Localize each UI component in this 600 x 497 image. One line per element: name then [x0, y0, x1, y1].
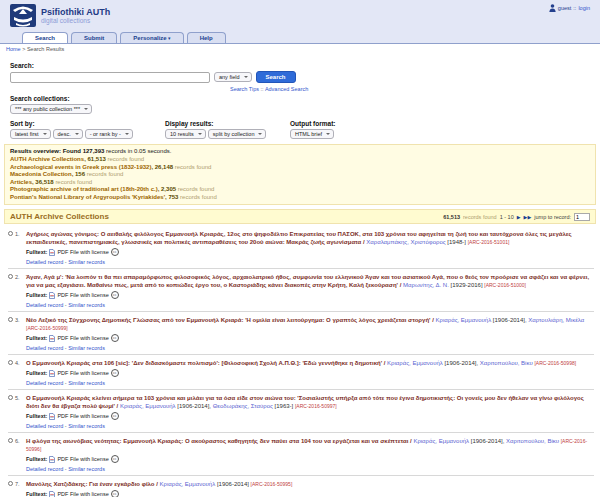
- output-format-select[interactable]: HTML brief: [290, 129, 334, 139]
- overview-collection-link[interactable]: Articles: [10, 179, 32, 185]
- pdf-file-icon: [49, 292, 55, 299]
- result-checkbox[interactable]: [8, 360, 13, 365]
- record-range: 1 - 10: [500, 214, 514, 220]
- similar-records-link[interactable]: Similar records: [68, 259, 105, 265]
- overview-collection-link[interactable]: Photographic archive of traditional art …: [10, 186, 158, 192]
- fulltext-label: Fulltext:: [26, 413, 47, 419]
- field-select[interactable]: any field: [214, 72, 252, 82]
- site-brand[interactable]: Psifiothiki AUTh digital collections: [8, 2, 592, 28]
- result-checkbox[interactable]: [8, 481, 13, 486]
- tab-help[interactable]: Help: [187, 32, 226, 43]
- author-link[interactable]: Κριαράς, Εμμανουήλ: [413, 438, 469, 444]
- search-result-item: 7. Μανόλης Χατζιδάκης: Για έναν εγκάρδιο…: [8, 475, 594, 497]
- result-number: 5.: [15, 395, 20, 401]
- result-title[interactable]: Νέο Λεξικό της Σύγχρονης Δημοτικής Γλώσσ…: [26, 317, 431, 323]
- detailed-record-link[interactable]: Detailed record: [26, 259, 63, 265]
- collection-title[interactable]: AUTH Archive Collections: [10, 212, 109, 221]
- results-total-count: 127,393: [83, 148, 105, 154]
- auth-logo-icon: [10, 4, 36, 27]
- result-title[interactable]: Η φλόγα της αιωνόβιας νεότητας: Εμμανουή…: [26, 438, 408, 444]
- license-icon[interactable]: cc: [111, 369, 119, 377]
- author-link[interactable]: Μαρωνίτης, Δ. Ν.: [403, 282, 449, 288]
- result-checkbox[interactable]: [8, 395, 13, 400]
- license-icon[interactable]: cc: [111, 490, 119, 497]
- chevron-down-icon: ▾: [167, 35, 171, 41]
- overview-collection-link[interactable]: Macedonia Collection: [10, 171, 72, 177]
- sort-select-3[interactable]: - or rank by -: [85, 129, 133, 139]
- similar-records-link[interactable]: Similar records: [68, 466, 105, 472]
- tab-submit[interactable]: Submit: [71, 32, 117, 43]
- fulltext-link[interactable]: PDF File with license: [57, 249, 108, 255]
- last-page-icon[interactable]: ▶▶: [524, 214, 532, 220]
- result-checkbox[interactable]: [8, 317, 13, 322]
- sort-select-2[interactable]: desc.: [53, 129, 83, 139]
- breadcrumb-home[interactable]: Home: [6, 46, 21, 52]
- search-tips-link[interactable]: Search Tips: [230, 86, 259, 92]
- overview-collection-line: Archaeological events in Greek press (18…: [10, 164, 590, 172]
- fulltext-link[interactable]: PDF File with license: [57, 491, 108, 497]
- result-authors: Χαραλαμπάκης, Χριστόφορος [1948-]: [366, 239, 466, 245]
- result-title[interactable]: Μανόλης Χατζιδάκης: Για έναν εγκάρδιο φί…: [26, 481, 155, 487]
- overview-records-found: records found: [175, 164, 212, 170]
- advanced-search-link[interactable]: Advanced Search: [265, 86, 308, 92]
- result-checkbox[interactable]: [8, 274, 13, 279]
- fulltext-link[interactable]: PDF File with license: [57, 413, 108, 419]
- license-icon[interactable]: cc: [111, 248, 119, 256]
- result-title[interactable]: Ο Εμμανουήλ Κριαράς στα 106 [sic]: 'Δεν …: [26, 360, 382, 366]
- next-page-icon[interactable]: ▶: [517, 214, 521, 220]
- fulltext-link[interactable]: PDF File with license: [57, 292, 108, 298]
- detailed-record-link[interactable]: Detailed record: [26, 345, 63, 351]
- author-link[interactable]: Χαρτουλιάρη, Μικέλα: [528, 317, 584, 323]
- author-link[interactable]: Κριαράς, Εμμανουήλ: [160, 481, 216, 487]
- detailed-record-link[interactable]: Detailed record: [26, 423, 63, 429]
- pdf-file-icon: [49, 370, 55, 377]
- result-number: 4.: [15, 360, 20, 366]
- fulltext-link[interactable]: PDF File with license: [57, 456, 108, 462]
- overview-records-found: records found: [55, 179, 92, 185]
- similar-records-link[interactable]: Similar records: [68, 345, 105, 351]
- license-icon[interactable]: cc: [111, 455, 119, 463]
- author-link[interactable]: Χαριτοπούλου, Βίκυ: [506, 438, 559, 444]
- author-dates: [1906-2014]: [176, 403, 210, 409]
- fulltext-link[interactable]: PDF File with license: [57, 370, 108, 376]
- author-link[interactable]: Κριαράς, Εμμανουήλ: [436, 317, 492, 323]
- search-input[interactable]: [10, 72, 210, 83]
- fulltext-link[interactable]: PDF File with license: [57, 335, 108, 341]
- sort-select-1[interactable]: latest first: [10, 129, 51, 139]
- tab-personalize[interactable]: Personalize ▾: [120, 32, 183, 43]
- jump-to-record-input[interactable]: [574, 213, 590, 221]
- overview-collection-line: Macedonia Collection, 156 records found: [10, 171, 590, 179]
- result-number: 7.: [15, 481, 20, 487]
- license-icon[interactable]: cc: [111, 291, 119, 299]
- result-authors: Κριαράς, Εμμανουήλ [1906-2014], Χαρτουλι…: [436, 317, 585, 323]
- fulltext-label: Fulltext:: [26, 491, 47, 497]
- display-select-2[interactable]: split by collection: [208, 129, 267, 139]
- overview-collection-link[interactable]: Archaeological events in Greek press (18…: [10, 164, 151, 170]
- license-icon[interactable]: cc: [111, 412, 119, 420]
- license-icon[interactable]: cc: [111, 334, 119, 342]
- author-link[interactable]: Κριαράς, Εμμανουήλ: [120, 403, 176, 409]
- detailed-record-link[interactable]: Detailed record: [26, 380, 63, 386]
- detailed-record-link[interactable]: Detailed record: [26, 466, 63, 472]
- author-link[interactable]: Χαραλαμπάκης, Χριστόφορος: [366, 239, 445, 245]
- author-link[interactable]: Θεοδωράκης, Σταύρος: [213, 403, 273, 409]
- search-options-row: Sort by: latest firstdesc.- or rank by -…: [10, 117, 590, 139]
- author-link[interactable]: Χαριτοπούλου, Βίκυ: [480, 360, 533, 366]
- overview-collection-link[interactable]: Pontian's National Library of Argyroupol…: [10, 194, 165, 200]
- collections-select[interactable]: *** any public collection ***: [10, 104, 92, 114]
- similar-records-link[interactable]: Similar records: [68, 423, 105, 429]
- tab-search[interactable]: Search: [22, 32, 68, 43]
- display-select-1[interactable]: 10 results: [165, 129, 206, 139]
- overview-collection-link[interactable]: AUTH Archive Collections: [10, 156, 84, 162]
- similar-records-link[interactable]: Similar records: [68, 302, 105, 308]
- result-checkbox[interactable]: [8, 438, 13, 443]
- login-link[interactable]: login: [578, 5, 590, 11]
- collection-record-count: 61,513: [443, 214, 460, 220]
- result-report-number: [ARC-2016-50995]: [251, 481, 293, 487]
- result-checkbox[interactable]: [8, 231, 13, 236]
- similar-records-link[interactable]: Similar records: [68, 380, 105, 386]
- detailed-record-link[interactable]: Detailed record: [26, 302, 63, 308]
- result-report-number: [ARC-2016-51000]: [484, 282, 526, 288]
- search-button[interactable]: Search: [256, 71, 296, 83]
- author-link[interactable]: Κριαράς, Εμμανουήλ: [387, 360, 443, 366]
